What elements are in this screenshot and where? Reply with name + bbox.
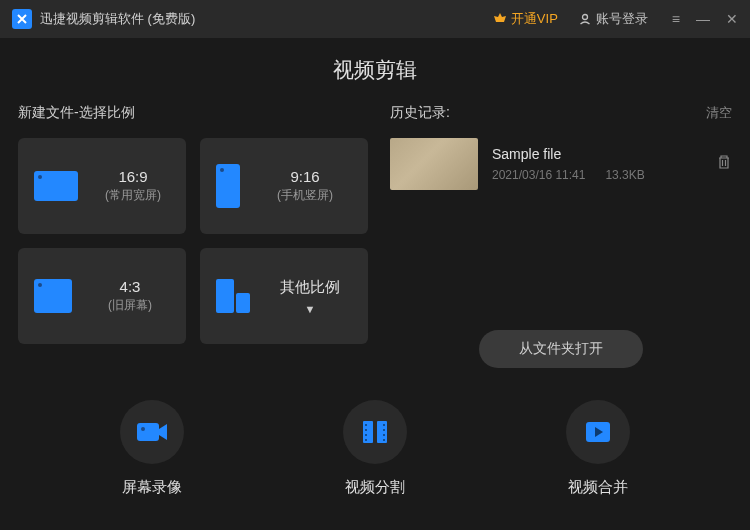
- video-split-tool[interactable]: 视频分割: [343, 400, 407, 497]
- open-vip-button[interactable]: 开通VIP: [493, 10, 558, 28]
- svg-point-8: [365, 439, 367, 441]
- tool-label: 屏幕录像: [122, 478, 182, 497]
- ratio-title: 其他比例: [280, 278, 340, 297]
- ratio-subtitle: (常用宽屏): [92, 187, 174, 204]
- clear-history-button[interactable]: 清空: [706, 104, 732, 122]
- svg-point-5: [365, 424, 367, 426]
- history-item[interactable]: Sample file 2021/03/16 11:41 13.3KB: [390, 138, 732, 190]
- open-from-folder-button[interactable]: 从文件夹打开: [479, 330, 643, 368]
- ratio-title: 4:3: [86, 278, 174, 295]
- other-ratio-icon: [216, 279, 250, 313]
- menu-icon[interactable]: ≡: [672, 11, 680, 27]
- login-button[interactable]: 账号登录: [578, 10, 648, 28]
- history-file-name: Sample file: [492, 146, 702, 162]
- trash-icon: [716, 154, 732, 170]
- svg-point-0: [582, 15, 587, 20]
- screen-record-tool[interactable]: 屏幕录像: [120, 400, 184, 497]
- landscape-icon: [34, 171, 78, 201]
- ratio-other[interactable]: 其他比例 ▼: [200, 248, 368, 344]
- crown-icon: [493, 12, 507, 26]
- svg-rect-1: [137, 423, 159, 441]
- new-file-heading: 新建文件-选择比例: [18, 104, 135, 122]
- svg-rect-3: [363, 421, 373, 443]
- minimize-icon[interactable]: —: [696, 11, 710, 27]
- login-label: 账号登录: [596, 10, 648, 28]
- history-heading: 历史记录:: [390, 104, 450, 122]
- portrait-icon: [216, 164, 240, 208]
- app-logo-icon: [12, 9, 32, 29]
- page-title: 视频剪辑: [0, 38, 750, 104]
- classic-icon: [34, 279, 72, 313]
- tool-label: 视频合并: [568, 478, 628, 497]
- video-merge-tool[interactable]: 视频合并: [566, 400, 630, 497]
- svg-point-10: [383, 429, 385, 431]
- vip-label: 开通VIP: [511, 10, 558, 28]
- merge-icon: [583, 419, 613, 445]
- camera-icon: [135, 419, 169, 445]
- app-title: 迅捷视频剪辑软件 (免费版): [40, 10, 195, 28]
- ratio-4-3[interactable]: 4:3 (旧屏幕): [18, 248, 186, 344]
- svg-point-9: [383, 424, 385, 426]
- user-icon: [578, 12, 592, 26]
- svg-rect-4: [377, 421, 387, 443]
- delete-history-button[interactable]: [716, 154, 732, 174]
- window-controls: ≡ — ✕: [672, 11, 738, 27]
- titlebar: 迅捷视频剪辑软件 (免费版) 开通VIP 账号登录 ≡ — ✕: [0, 0, 750, 38]
- svg-point-11: [383, 434, 385, 436]
- chevron-down-icon: ▼: [305, 303, 316, 315]
- history-size: 13.3KB: [605, 168, 644, 182]
- history-date: 2021/03/16 11:41: [492, 168, 585, 182]
- svg-point-2: [141, 427, 145, 431]
- svg-point-7: [365, 434, 367, 436]
- svg-point-12: [383, 439, 385, 441]
- ratio-subtitle: (旧屏幕): [86, 297, 174, 314]
- svg-point-6: [365, 429, 367, 431]
- close-icon[interactable]: ✕: [726, 11, 738, 27]
- ratio-9-16[interactable]: 9:16 (手机竖屏): [200, 138, 368, 234]
- video-thumbnail: [390, 138, 478, 190]
- ratio-title: 9:16: [254, 168, 356, 185]
- tool-label: 视频分割: [345, 478, 405, 497]
- split-icon: [360, 417, 390, 447]
- ratio-title: 16:9: [92, 168, 174, 185]
- ratio-16-9[interactable]: 16:9 (常用宽屏): [18, 138, 186, 234]
- ratio-subtitle: (手机竖屏): [254, 187, 356, 204]
